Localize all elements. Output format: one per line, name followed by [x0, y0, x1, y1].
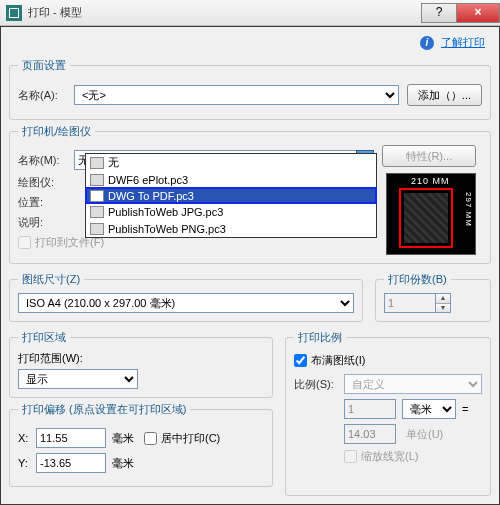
- info-icon: i: [420, 36, 434, 50]
- printer-dropdown: 无 DWF6 ePlot.pc3 DWG To PDF.pc3 PublishT…: [85, 153, 377, 238]
- plot-scale-legend: 打印比例: [294, 330, 346, 345]
- page-setup-name-combo[interactable]: <无>: [74, 85, 399, 105]
- spin-up-icon: ▲: [436, 294, 450, 303]
- center-plot-check[interactable]: [144, 432, 157, 445]
- y-label: Y:: [18, 457, 36, 469]
- printer-legend: 打印机/绘图仪: [18, 124, 95, 139]
- paper-size-legend: 图纸尺寸(Z): [18, 272, 84, 287]
- equals-label: =: [462, 403, 468, 415]
- page-setup-group: 页面设置 名称(A): <无> 添加（）...: [9, 58, 491, 120]
- scale-lineweights-check: [344, 450, 357, 463]
- plot-area-legend: 打印区域: [18, 330, 70, 345]
- scale-value1-input: [344, 399, 396, 419]
- app-icon: [6, 5, 22, 21]
- scale-label: 比例(S):: [294, 377, 344, 392]
- copies-legend: 打印份数(B): [384, 272, 451, 287]
- window-buttons: ? ×: [422, 3, 500, 23]
- offset-x-input[interactable]: [36, 428, 106, 448]
- paper-size-group: 图纸尺寸(Z) ISO A4 (210.00 x 297.00 毫米): [9, 272, 363, 322]
- plot-scale-group: 打印比例 布满图纸(I) 比例(S): 自定义 毫米 = 单位(U) 缩放线宽(…: [285, 330, 491, 496]
- titlebar: 打印 - 模型 ? ×: [0, 0, 500, 26]
- scale-unit-combo[interactable]: 毫米: [402, 399, 456, 419]
- preview-width-label: 210 MM: [411, 176, 450, 186]
- scale-lineweights-label: 缩放线宽(L): [361, 449, 418, 464]
- desc-label: 说明:: [18, 215, 74, 230]
- fit-to-paper-check[interactable]: [294, 354, 307, 367]
- paper-preview: 210 MM 297 MM: [386, 173, 476, 255]
- printer-option-selected[interactable]: DWG To PDF.pc3: [85, 187, 377, 204]
- spin-down-icon: ▼: [436, 303, 450, 312]
- help-button[interactable]: ?: [421, 3, 457, 23]
- preview-height-label: 297 MM: [464, 192, 473, 227]
- dialog-body: i 了解打印 页面设置 名称(A): <无> 添加（）... 打印机/绘图仪 名…: [0, 26, 500, 505]
- x-label: X:: [18, 432, 36, 444]
- scale-combo: 自定义: [344, 374, 482, 394]
- printer-icon: [90, 157, 104, 169]
- printer-name-label: 名称(M):: [18, 153, 74, 168]
- print-to-file-check: [18, 236, 31, 249]
- center-plot-label: 居中打印(C): [161, 431, 220, 446]
- page-setup-legend: 页面设置: [18, 58, 70, 73]
- copies-group: 打印份数(B) ▲▼: [375, 272, 491, 322]
- properties-button: 特性(R)...: [382, 145, 476, 167]
- scale-value2-input: [344, 424, 396, 444]
- learn-link-row: i 了解打印: [7, 33, 493, 54]
- plot-range-label: 打印范围(W):: [18, 351, 264, 366]
- learn-print-link[interactable]: 了解打印: [441, 36, 485, 48]
- window-title: 打印 - 模型: [28, 5, 82, 20]
- y-unit: 毫米: [112, 456, 134, 471]
- copies-input: [384, 293, 436, 313]
- printer-option[interactable]: DWF6 ePlot.pc3: [86, 171, 376, 188]
- printer-option[interactable]: PublishToWeb PNG.pc3: [86, 220, 376, 237]
- plot-offset-group: 打印偏移 (原点设置在可打印区域) X: 毫米 居中打印(C) Y: 毫米: [9, 402, 273, 487]
- fit-to-paper-label: 布满图纸(I): [311, 353, 365, 368]
- copies-spinner[interactable]: ▲▼: [384, 293, 482, 313]
- add-button[interactable]: 添加（）...: [407, 84, 482, 106]
- printer-icon: [90, 174, 104, 186]
- printer-icon: [90, 206, 104, 218]
- name-label: 名称(A):: [18, 88, 74, 103]
- units-label: 单位(U): [406, 427, 443, 442]
- plot-area-group: 打印区域 打印范围(W): 显示: [9, 330, 273, 398]
- plot-range-combo[interactable]: 显示: [18, 369, 138, 389]
- x-unit: 毫米: [112, 431, 134, 446]
- plotter-label: 绘图仪:: [18, 175, 74, 190]
- plot-offset-legend: 打印偏移 (原点设置在可打印区域): [18, 402, 190, 417]
- printer-option[interactable]: PublishToWeb JPG.pc3: [86, 203, 376, 220]
- paper-size-combo[interactable]: ISO A4 (210.00 x 297.00 毫米): [18, 293, 354, 313]
- printer-icon: [90, 223, 104, 235]
- printer-option[interactable]: 无: [86, 154, 376, 171]
- offset-y-input[interactable]: [36, 453, 106, 473]
- printer-icon: [90, 190, 104, 202]
- close-button[interactable]: ×: [456, 3, 500, 23]
- where-label: 位置:: [18, 195, 74, 210]
